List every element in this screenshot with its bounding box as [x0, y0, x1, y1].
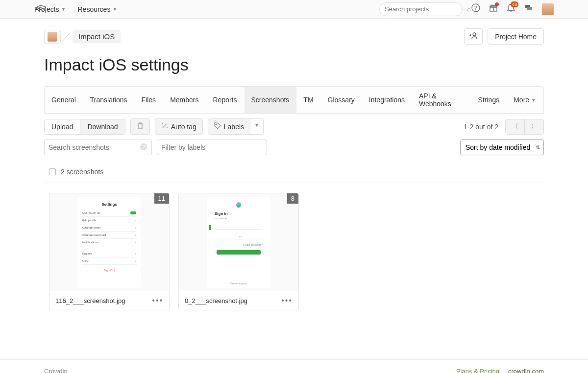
screenshot-card[interactable]: 8 Sign In to continue ⬚ Forgot password?…: [178, 193, 299, 310]
search-screenshots-input[interactable]: [49, 143, 140, 151]
result-count-text: 1-2 out of 2: [464, 123, 498, 131]
user-avatar[interactable]: [542, 3, 554, 15]
list-summary: 2 screenshots: [61, 168, 103, 176]
labels-button[interactable]: Labels: [208, 118, 250, 135]
trash-icon: [137, 122, 144, 131]
svg-text:?: ?: [142, 144, 145, 150]
pager-prev[interactable]: 〈: [506, 119, 524, 134]
chevron-down-icon: ▼: [112, 6, 117, 12]
screenshot-card[interactable]: 11 Settings Use Touch ID Edit profile› C…: [49, 193, 170, 310]
labels-label: Labels: [224, 123, 244, 131]
download-button[interactable]: Download: [80, 119, 124, 134]
tab-api-webhooks[interactable]: API & Webhooks: [412, 87, 471, 113]
labels-dropdown-caret[interactable]: ▼: [250, 118, 264, 135]
tag-icon: [214, 122, 221, 131]
page-title: Impact iOS settings: [44, 55, 544, 74]
chevron-down-icon: ▼: [61, 6, 66, 12]
filter-row: ? Sort by date modified: [44, 140, 544, 161]
nav-resources-label: Resources: [77, 5, 110, 13]
project-home-button[interactable]: Project Home: [488, 28, 544, 45]
wand-icon: [161, 122, 168, 131]
tab-translations[interactable]: Translations: [83, 87, 135, 113]
tag-count-badge: 8: [287, 193, 298, 204]
select-all-checkbox[interactable]: [49, 168, 56, 175]
sort-select[interactable]: Sort by date modified: [460, 140, 544, 155]
tab-files[interactable]: Files: [135, 87, 164, 113]
bell-icon[interactable]: 48: [507, 3, 515, 15]
list-header: 2 screenshots: [44, 161, 544, 183]
breadcrumb: ／ Impact iOS: [44, 30, 121, 44]
svg-text:?: ?: [474, 5, 477, 11]
tab-screenshots[interactable]: Screenshots: [245, 87, 297, 113]
breadcrumb-separator: ／: [62, 30, 72, 43]
screenshot-thumbnail[interactable]: 8 Sign In to continue ⬚ Forgot password?…: [179, 193, 298, 291]
svg-point-15: [216, 124, 217, 125]
pager: 〈 〉: [505, 119, 544, 135]
nav-resources[interactable]: Resources ▼: [77, 5, 117, 13]
app-logo[interactable]: [35, 3, 47, 15]
notification-badge: 48: [511, 1, 518, 7]
screenshot-filename: 116_2___screenshot.jpg: [55, 297, 125, 304]
footer-brand: Crowdin: [44, 368, 68, 373]
tab-integrations[interactable]: Integrations: [362, 87, 412, 113]
tab-more-label: More: [514, 96, 529, 104]
tab-general[interactable]: General: [45, 87, 83, 113]
tab-tm[interactable]: TM: [296, 87, 320, 113]
chevron-down-icon: ▼: [531, 97, 536, 103]
tab-members[interactable]: Members: [163, 87, 206, 113]
screenshot-grid: 11 Settings Use Touch ID Edit profile› C…: [44, 183, 544, 330]
breadcrumb-owner[interactable]: [44, 30, 61, 44]
gift-dot-badge: [495, 2, 499, 6]
tag-count-badge: 11: [154, 193, 169, 204]
tab-strings[interactable]: Strings: [471, 87, 507, 113]
tab-reports[interactable]: Reports: [206, 87, 244, 113]
more-icon[interactable]: •••: [152, 296, 163, 305]
footer-site-link[interactable]: crowdin.com: [508, 368, 544, 373]
pager-next[interactable]: 〉: [524, 119, 543, 134]
search-icon: ⌕: [467, 5, 471, 13]
breadcrumb-current[interactable]: Impact iOS: [73, 30, 121, 43]
upload-download-group: Upload Download: [44, 119, 125, 135]
search-projects[interactable]: ⌕: [379, 2, 463, 16]
settings-tabs: General Translations Files Members Repor…: [44, 86, 544, 114]
tab-glossary[interactable]: Glossary: [321, 87, 362, 113]
svg-rect-6: [527, 7, 532, 10]
screenshots-toolbar: Upload Download Auto tag Label: [44, 114, 544, 140]
filter-by-labels[interactable]: [157, 140, 267, 155]
upload-button[interactable]: Upload: [45, 119, 80, 134]
svg-point-7: [473, 33, 476, 36]
hint-icon: ?: [140, 143, 147, 152]
auto-tag-button[interactable]: Auto tag: [155, 118, 203, 135]
more-icon[interactable]: •••: [281, 296, 293, 305]
page-footer: Crowdin Plans & Pricing crowdin.com: [0, 359, 588, 373]
breadcrumb-row: ／ Impact iOS Project Home: [44, 19, 544, 47]
gift-icon[interactable]: [489, 3, 498, 15]
add-member-button[interactable]: [464, 28, 483, 45]
svg-line-10: [163, 124, 167, 128]
search-projects-input[interactable]: [385, 5, 467, 13]
owner-avatar: [48, 32, 57, 42]
search-screenshots[interactable]: ?: [44, 140, 152, 155]
auto-tag-label: Auto tag: [171, 123, 196, 131]
chat-icon[interactable]: [524, 3, 533, 15]
delete-button[interactable]: [130, 118, 150, 135]
help-icon[interactable]: ?: [471, 3, 480, 15]
screenshot-filename: 0_2___screenshot.jpg: [185, 297, 247, 304]
footer-plans-link[interactable]: Plans & Pricing: [456, 368, 499, 373]
topbar: Projects ▼ Resources ▼ ⌕ ? 48: [0, 0, 588, 19]
screenshot-thumbnail[interactable]: 11 Settings Use Touch ID Edit profile› C…: [49, 193, 169, 291]
filter-labels-input[interactable]: [161, 143, 263, 151]
tab-more[interactable]: More ▼: [507, 87, 543, 113]
